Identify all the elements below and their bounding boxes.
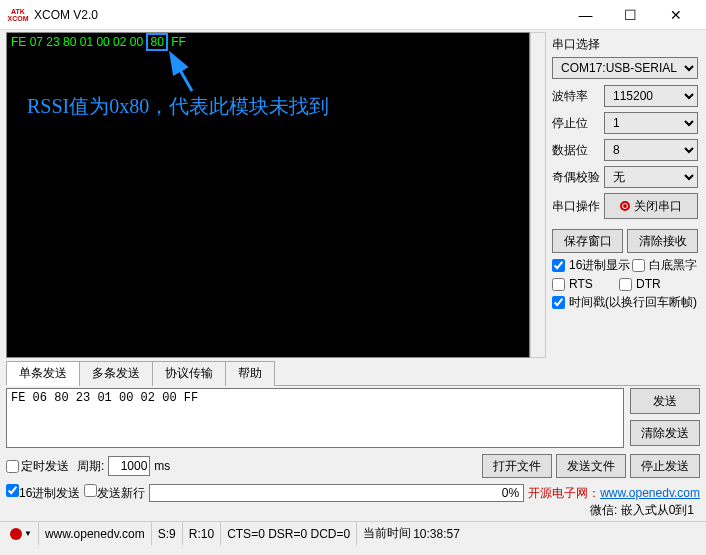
timed-send-checkbox[interactable] bbox=[6, 460, 19, 473]
stop-send-button[interactable]: 停止发送 bbox=[630, 454, 700, 478]
hex-send-checkbox[interactable] bbox=[6, 484, 19, 497]
annotation-arrow-icon bbox=[167, 51, 197, 96]
send-tabs: 单条发送 多条发送 协议传输 帮助 bbox=[6, 360, 700, 386]
window-title: XCOM V2.0 bbox=[34, 8, 563, 22]
serial-config-panel: 串口选择 COM17:USB-SERIAL 波特率115200 停止位1 数据位… bbox=[548, 30, 706, 360]
record-icon bbox=[620, 201, 630, 211]
open-file-button[interactable]: 打开文件 bbox=[482, 454, 552, 478]
baud-select[interactable]: 115200 bbox=[604, 85, 698, 107]
port-select[interactable]: COM17:USB-SERIAL bbox=[552, 57, 698, 79]
save-window-button[interactable]: 保存窗口 bbox=[552, 229, 623, 253]
tab-help[interactable]: 帮助 bbox=[225, 361, 275, 386]
terminal-scrollbar[interactable] bbox=[530, 32, 546, 358]
period-input[interactable] bbox=[108, 456, 150, 476]
app-logo: ATK XCOM bbox=[8, 5, 28, 25]
parity-select[interactable]: 无 bbox=[604, 166, 698, 188]
minimize-button[interactable]: — bbox=[563, 1, 608, 29]
port-section-label: 串口选择 bbox=[552, 36, 698, 53]
status-signals: CTS=0 DSR=0 DCD=0 bbox=[221, 522, 357, 545]
tab-multi-send[interactable]: 多条发送 bbox=[79, 361, 153, 386]
clear-receive-button[interactable]: 清除接收 bbox=[627, 229, 698, 253]
hex-display-checkbox[interactable] bbox=[552, 259, 565, 272]
status-time: 当前时间 10:38:57 bbox=[357, 522, 466, 545]
send-textarea[interactable] bbox=[6, 388, 624, 448]
tab-protocol[interactable]: 协议传输 bbox=[152, 361, 226, 386]
stopbit-label: 停止位 bbox=[552, 115, 604, 132]
timestamp-checkbox[interactable] bbox=[552, 296, 565, 309]
annotation-text: RSSI值为0x80，代表此模块未找到 bbox=[27, 93, 329, 120]
status-url[interactable]: www.openedv.com bbox=[39, 522, 152, 545]
port-op-label: 串口操作 bbox=[552, 198, 604, 215]
status-sent: S:9 bbox=[152, 522, 183, 545]
status-dot-icon bbox=[10, 528, 22, 540]
parity-label: 奇偶校验 bbox=[552, 169, 604, 186]
stopbit-select[interactable]: 1 bbox=[604, 112, 698, 134]
close-button[interactable]: ✕ bbox=[653, 1, 698, 29]
databit-select[interactable]: 8 bbox=[604, 139, 698, 161]
databit-label: 数据位 bbox=[552, 142, 604, 159]
highlighted-byte: 80 bbox=[146, 33, 167, 51]
titlebar: ATK XCOM XCOM V2.0 — ☐ ✕ bbox=[0, 0, 706, 30]
promo-text: 开源电子网：www.openedv.com bbox=[528, 485, 700, 502]
send-file-button[interactable]: 发送文件 bbox=[556, 454, 626, 478]
terminal-output: FE 07 23 80 01 00 02 00 80 FF RSSI值为0x80… bbox=[6, 32, 530, 358]
send-button[interactable]: 发送 bbox=[630, 388, 700, 414]
close-port-button[interactable]: 关闭串口 bbox=[604, 193, 698, 219]
tab-single-send[interactable]: 单条发送 bbox=[6, 361, 80, 386]
baud-label: 波特率 bbox=[552, 88, 604, 105]
statusbar: ▼ www.openedv.com S:9 R:10 CTS=0 DSR=0 D… bbox=[0, 521, 706, 545]
maximize-button[interactable]: ☐ bbox=[608, 1, 653, 29]
progress-bar: 0% bbox=[149, 484, 524, 502]
rts-checkbox[interactable] bbox=[552, 278, 565, 291]
dtr-checkbox[interactable] bbox=[619, 278, 632, 291]
white-bg-checkbox[interactable] bbox=[632, 259, 645, 272]
svg-line-1 bbox=[172, 56, 192, 91]
promo-link[interactable]: www.openedv.com bbox=[600, 486, 700, 500]
clear-send-button[interactable]: 清除发送 bbox=[630, 420, 700, 446]
status-received: R:10 bbox=[183, 522, 221, 545]
send-newline-checkbox[interactable] bbox=[84, 484, 97, 497]
